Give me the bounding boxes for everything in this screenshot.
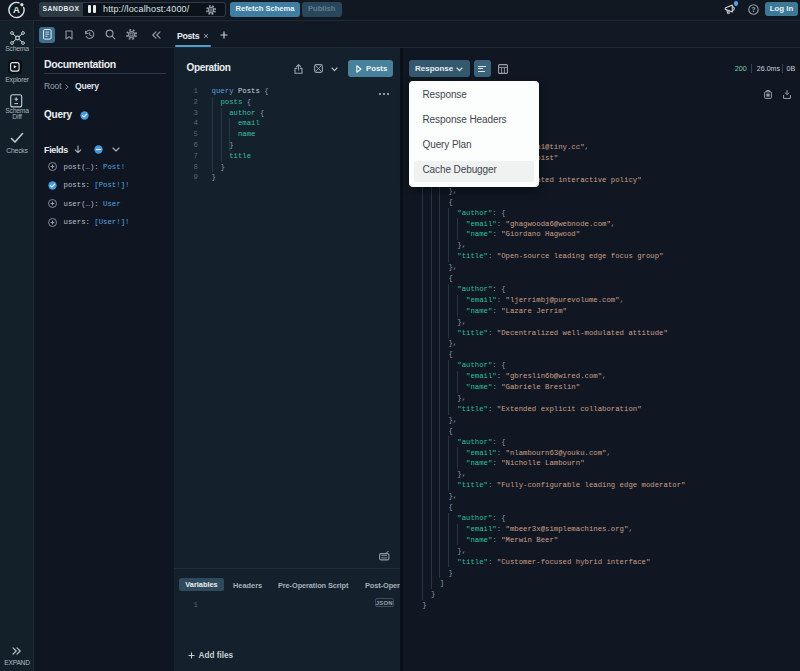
svg-text:A: A [13,4,20,15]
svg-text:?: ? [751,6,755,13]
